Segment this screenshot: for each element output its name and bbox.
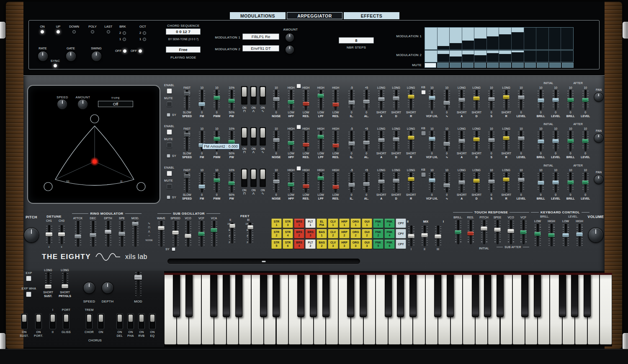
slider-cap[interactable] (444, 142, 450, 146)
slider-track[interactable] (520, 90, 522, 110)
slider-brill[interactable]: 100BRILL (533, 168, 548, 200)
slider-track[interactable] (395, 131, 397, 151)
preset-fnk-1[interactable]: FNK1 (373, 218, 383, 228)
slider-track[interactable] (335, 172, 337, 192)
waveform-rocker[interactable] (259, 127, 266, 146)
arp-off-toggle-1[interactable]: OFF (115, 49, 126, 53)
preset-bas-2[interactable]: BAS2 (317, 239, 327, 249)
sy-checkbox[interactable] (167, 154, 170, 158)
black-key[interactable] (297, 274, 304, 317)
mute-step-7[interactable] (499, 63, 511, 68)
slider-track[interactable] (77, 221, 79, 247)
black-key[interactable] (521, 274, 528, 317)
slider-il[interactable]: -50IL. (344, 86, 359, 118)
black-key[interactable] (409, 274, 417, 317)
slider-cap[interactable] (46, 233, 52, 236)
knob-gate[interactable] (66, 51, 76, 61)
slider-cap[interactable] (58, 233, 65, 236)
slider-cap[interactable] (488, 180, 494, 184)
preset-clv-1[interactable]: CLV1 (328, 218, 338, 228)
tab-effects[interactable]: EFFECTS (344, 12, 399, 19)
slider-track[interactable] (216, 90, 218, 110)
preset-cpy[interactable]: CPY (396, 239, 406, 249)
slider-cap[interactable] (303, 102, 309, 105)
mute-step-12[interactable] (562, 63, 574, 68)
switch-pha[interactable] (127, 313, 134, 329)
slider-r[interactable]: LONGSHORTR (404, 86, 419, 118)
slider-al[interactable]: +50AL. (359, 86, 374, 118)
slider-cap[interactable] (408, 177, 414, 181)
slider-track[interactable] (350, 172, 353, 192)
slider-cap[interactable] (468, 231, 474, 235)
slider-x[interactable]: 100∿ (440, 168, 455, 200)
slider-cap[interactable] (303, 184, 309, 188)
slider-cap[interactable] (348, 183, 355, 187)
mute-step-10[interactable] (537, 63, 548, 68)
slider-track[interactable] (380, 90, 382, 110)
slider-attck[interactable]: ATTCK (70, 216, 85, 247)
slider-cap[interactable] (429, 137, 435, 141)
slider-cap[interactable] (508, 229, 514, 233)
slider-level[interactable]: 100LEVEL (578, 168, 593, 200)
switch-del[interactable] (116, 313, 123, 329)
slider-cap[interactable] (538, 139, 544, 143)
slider-cap[interactable] (363, 100, 370, 103)
slider-track[interactable] (505, 90, 507, 110)
slider-spe[interactable]: SPE (114, 216, 129, 247)
black-key[interactable] (484, 274, 491, 317)
slider-cap[interactable] (494, 228, 501, 232)
feet-slider-ii[interactable]: II16842 (227, 218, 233, 244)
step-3[interactable] (450, 28, 462, 49)
slider-cap[interactable] (158, 226, 165, 230)
slider-track[interactable] (201, 221, 203, 247)
switch-eq[interactable] (149, 313, 156, 329)
slider-cap[interactable] (318, 177, 324, 180)
slider-track[interactable] (410, 226, 412, 246)
switch-chor[interactable] (86, 313, 93, 329)
preset-fnk-3[interactable]: FNK3 (384, 218, 395, 228)
slider-track[interactable] (213, 221, 215, 247)
slider-noise[interactable]: 100NOISE (269, 127, 284, 159)
selector-option-2[interactable]: 2 (116, 31, 129, 35)
preset-fnk-4[interactable]: FNK4 (384, 229, 395, 238)
slider-track[interactable] (186, 172, 188, 192)
slider-cap[interactable] (318, 135, 324, 139)
slider-cap[interactable] (553, 98, 559, 102)
slider-cap[interactable] (563, 233, 569, 237)
slider-d[interactable]: LONGSHORTD (469, 86, 484, 118)
slider-track[interactable] (365, 90, 368, 110)
slider-cap[interactable] (273, 138, 279, 142)
slider-track[interactable] (540, 131, 542, 151)
switch-rvb[interactable] (138, 313, 145, 329)
slider-cap[interactable] (288, 100, 294, 104)
preset-brs-3[interactable]: BRS3 (305, 229, 316, 238)
step-4[interactable] (462, 51, 475, 62)
slider-vcf-lvl[interactable]: 100VCF LVL (425, 86, 440, 118)
slider-cap[interactable] (378, 97, 384, 101)
slider-cap[interactable] (455, 231, 461, 234)
corner-node-right[interactable] (137, 182, 145, 191)
mute-step-8[interactable] (512, 63, 524, 68)
enabl-checkbox[interactable] (167, 129, 172, 135)
slider-cap[interactable] (378, 180, 384, 184)
preset-flt-1[interactable]: FLT1 (305, 218, 316, 228)
slider-track[interactable] (320, 172, 322, 192)
black-key[interactable] (322, 274, 329, 317)
slider-track[interactable] (476, 90, 478, 110)
slider-r[interactable]: LONGSHORTR (404, 127, 419, 159)
sub-sy-checkbox[interactable] (172, 247, 175, 251)
slider-vcf-lvl[interactable]: 100VCF LVL (425, 127, 440, 159)
knob-swing[interactable] (92, 51, 101, 61)
mute-step-6[interactable] (487, 63, 499, 68)
black-key[interactable] (210, 274, 217, 317)
modulation1-value[interactable]: FiltLP1 Re (242, 33, 279, 40)
black-key[interactable] (397, 274, 404, 317)
slider-cap[interactable] (132, 222, 139, 226)
slider-level[interactable]: 100LEVEL (578, 127, 593, 159)
arp-toggle-up[interactable]: UP (51, 25, 65, 33)
slider-track[interactable] (305, 90, 307, 110)
slider-track[interactable] (505, 131, 507, 151)
sy-checkbox[interactable] (167, 195, 170, 199)
slider-dec[interactable]: DEC (85, 216, 100, 247)
slider-cap[interactable] (408, 136, 414, 140)
